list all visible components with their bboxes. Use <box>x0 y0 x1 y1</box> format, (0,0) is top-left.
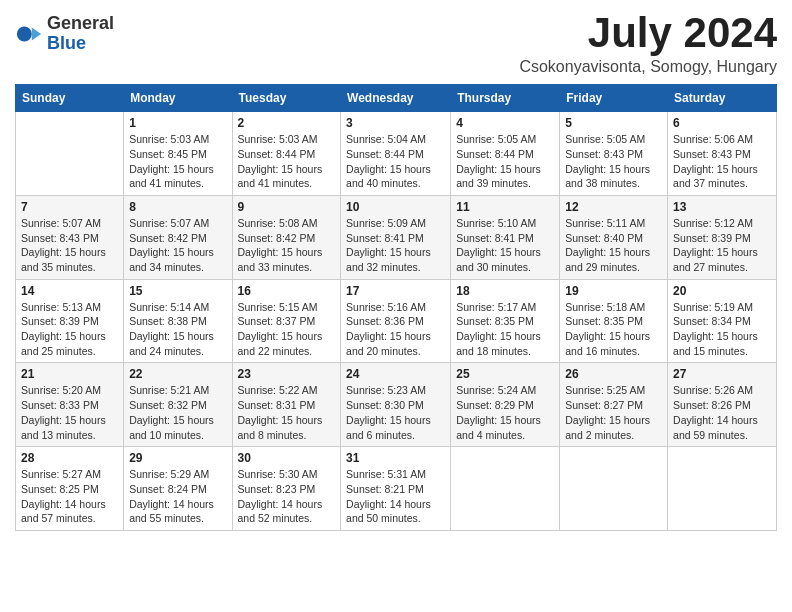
day-number: 16 <box>238 284 336 298</box>
calendar-cell: 5Sunrise: 5:05 AMSunset: 8:43 PMDaylight… <box>560 112 668 196</box>
day-info: Sunrise: 5:29 AMSunset: 8:24 PMDaylight:… <box>129 467 226 526</box>
day-number: 26 <box>565 367 662 381</box>
day-info: Sunrise: 5:07 AMSunset: 8:42 PMDaylight:… <box>129 216 226 275</box>
day-info: Sunrise: 5:03 AMSunset: 8:44 PMDaylight:… <box>238 132 336 191</box>
calendar-cell: 18Sunrise: 5:17 AMSunset: 8:35 PMDayligh… <box>451 279 560 363</box>
day-info: Sunrise: 5:27 AMSunset: 8:25 PMDaylight:… <box>21 467 118 526</box>
day-info: Sunrise: 5:07 AMSunset: 8:43 PMDaylight:… <box>21 216 118 275</box>
day-number: 2 <box>238 116 336 130</box>
day-number: 19 <box>565 284 662 298</box>
day-number: 31 <box>346 451 445 465</box>
calendar-cell: 30Sunrise: 5:30 AMSunset: 8:23 PMDayligh… <box>232 447 341 531</box>
logo-blue-label: Blue <box>47 34 114 54</box>
day-info: Sunrise: 5:08 AMSunset: 8:42 PMDaylight:… <box>238 216 336 275</box>
day-info: Sunrise: 5:06 AMSunset: 8:43 PMDaylight:… <box>673 132 771 191</box>
day-info: Sunrise: 5:31 AMSunset: 8:21 PMDaylight:… <box>346 467 445 526</box>
day-info: Sunrise: 5:21 AMSunset: 8:32 PMDaylight:… <box>129 383 226 442</box>
day-info: Sunrise: 5:18 AMSunset: 8:35 PMDaylight:… <box>565 300 662 359</box>
calendar-cell: 12Sunrise: 5:11 AMSunset: 8:40 PMDayligh… <box>560 195 668 279</box>
calendar-cell <box>668 447 777 531</box>
calendar-cell: 15Sunrise: 5:14 AMSunset: 8:38 PMDayligh… <box>124 279 232 363</box>
day-info: Sunrise: 5:25 AMSunset: 8:27 PMDaylight:… <box>565 383 662 442</box>
calendar-cell: 6Sunrise: 5:06 AMSunset: 8:43 PMDaylight… <box>668 112 777 196</box>
day-info: Sunrise: 5:26 AMSunset: 8:26 PMDaylight:… <box>673 383 771 442</box>
day-number: 1 <box>129 116 226 130</box>
month-title: July 2024 <box>519 10 777 56</box>
calendar-cell: 2Sunrise: 5:03 AMSunset: 8:44 PMDaylight… <box>232 112 341 196</box>
calendar-cell: 8Sunrise: 5:07 AMSunset: 8:42 PMDaylight… <box>124 195 232 279</box>
day-info: Sunrise: 5:17 AMSunset: 8:35 PMDaylight:… <box>456 300 554 359</box>
day-number: 10 <box>346 200 445 214</box>
svg-marker-1 <box>32 27 41 40</box>
calendar-cell: 16Sunrise: 5:15 AMSunset: 8:37 PMDayligh… <box>232 279 341 363</box>
day-info: Sunrise: 5:20 AMSunset: 8:33 PMDaylight:… <box>21 383 118 442</box>
day-info: Sunrise: 5:19 AMSunset: 8:34 PMDaylight:… <box>673 300 771 359</box>
calendar-cell <box>560 447 668 531</box>
day-number: 27 <box>673 367 771 381</box>
day-info: Sunrise: 5:10 AMSunset: 8:41 PMDaylight:… <box>456 216 554 275</box>
day-number: 9 <box>238 200 336 214</box>
day-info: Sunrise: 5:12 AMSunset: 8:39 PMDaylight:… <box>673 216 771 275</box>
calendar-cell: 13Sunrise: 5:12 AMSunset: 8:39 PMDayligh… <box>668 195 777 279</box>
day-info: Sunrise: 5:05 AMSunset: 8:43 PMDaylight:… <box>565 132 662 191</box>
day-number: 13 <box>673 200 771 214</box>
weekday-header-saturday: Saturday <box>668 85 777 112</box>
calendar-cell: 28Sunrise: 5:27 AMSunset: 8:25 PMDayligh… <box>16 447 124 531</box>
calendar-cell: 10Sunrise: 5:09 AMSunset: 8:41 PMDayligh… <box>341 195 451 279</box>
day-number: 24 <box>346 367 445 381</box>
day-number: 3 <box>346 116 445 130</box>
calendar-cell: 7Sunrise: 5:07 AMSunset: 8:43 PMDaylight… <box>16 195 124 279</box>
calendar-cell: 1Sunrise: 5:03 AMSunset: 8:45 PMDaylight… <box>124 112 232 196</box>
day-number: 11 <box>456 200 554 214</box>
day-info: Sunrise: 5:05 AMSunset: 8:44 PMDaylight:… <box>456 132 554 191</box>
title-section: July 2024 Csokonyavisonta, Somogy, Hunga… <box>519 10 777 76</box>
day-number: 5 <box>565 116 662 130</box>
week-row-5: 28Sunrise: 5:27 AMSunset: 8:25 PMDayligh… <box>16 447 777 531</box>
calendar-cell: 23Sunrise: 5:22 AMSunset: 8:31 PMDayligh… <box>232 363 341 447</box>
page-header: General Blue July 2024 Csokonyavisonta, … <box>15 10 777 76</box>
day-number: 29 <box>129 451 226 465</box>
svg-point-0 <box>17 26 32 41</box>
day-number: 28 <box>21 451 118 465</box>
day-info: Sunrise: 5:14 AMSunset: 8:38 PMDaylight:… <box>129 300 226 359</box>
day-info: Sunrise: 5:13 AMSunset: 8:39 PMDaylight:… <box>21 300 118 359</box>
day-info: Sunrise: 5:30 AMSunset: 8:23 PMDaylight:… <box>238 467 336 526</box>
calendar-cell: 14Sunrise: 5:13 AMSunset: 8:39 PMDayligh… <box>16 279 124 363</box>
weekday-header-sunday: Sunday <box>16 85 124 112</box>
calendar-cell <box>451 447 560 531</box>
logo: General Blue <box>15 14 114 54</box>
logo-text: General Blue <box>47 14 114 54</box>
week-row-4: 21Sunrise: 5:20 AMSunset: 8:33 PMDayligh… <box>16 363 777 447</box>
calendar-cell: 4Sunrise: 5:05 AMSunset: 8:44 PMDaylight… <box>451 112 560 196</box>
day-number: 22 <box>129 367 226 381</box>
weekday-header-wednesday: Wednesday <box>341 85 451 112</box>
calendar-cell: 17Sunrise: 5:16 AMSunset: 8:36 PMDayligh… <box>341 279 451 363</box>
day-number: 14 <box>21 284 118 298</box>
day-info: Sunrise: 5:22 AMSunset: 8:31 PMDaylight:… <box>238 383 336 442</box>
calendar-cell: 29Sunrise: 5:29 AMSunset: 8:24 PMDayligh… <box>124 447 232 531</box>
calendar-cell: 31Sunrise: 5:31 AMSunset: 8:21 PMDayligh… <box>341 447 451 531</box>
day-number: 12 <box>565 200 662 214</box>
day-info: Sunrise: 5:23 AMSunset: 8:30 PMDaylight:… <box>346 383 445 442</box>
day-info: Sunrise: 5:04 AMSunset: 8:44 PMDaylight:… <box>346 132 445 191</box>
calendar-cell: 24Sunrise: 5:23 AMSunset: 8:30 PMDayligh… <box>341 363 451 447</box>
week-row-1: 1Sunrise: 5:03 AMSunset: 8:45 PMDaylight… <box>16 112 777 196</box>
day-number: 25 <box>456 367 554 381</box>
calendar-cell: 27Sunrise: 5:26 AMSunset: 8:26 PMDayligh… <box>668 363 777 447</box>
day-number: 20 <box>673 284 771 298</box>
day-number: 6 <box>673 116 771 130</box>
day-number: 30 <box>238 451 336 465</box>
location-title: Csokonyavisonta, Somogy, Hungary <box>519 58 777 76</box>
day-number: 21 <box>21 367 118 381</box>
weekday-header-friday: Friday <box>560 85 668 112</box>
day-number: 23 <box>238 367 336 381</box>
calendar-cell: 26Sunrise: 5:25 AMSunset: 8:27 PMDayligh… <box>560 363 668 447</box>
calendar-cell: 21Sunrise: 5:20 AMSunset: 8:33 PMDayligh… <box>16 363 124 447</box>
calendar-table: SundayMondayTuesdayWednesdayThursdayFrid… <box>15 84 777 531</box>
week-row-3: 14Sunrise: 5:13 AMSunset: 8:39 PMDayligh… <box>16 279 777 363</box>
weekday-header-row: SundayMondayTuesdayWednesdayThursdayFrid… <box>16 85 777 112</box>
weekday-header-monday: Monday <box>124 85 232 112</box>
logo-general-label: General <box>47 14 114 34</box>
calendar-cell: 22Sunrise: 5:21 AMSunset: 8:32 PMDayligh… <box>124 363 232 447</box>
logo-icon <box>15 20 43 48</box>
